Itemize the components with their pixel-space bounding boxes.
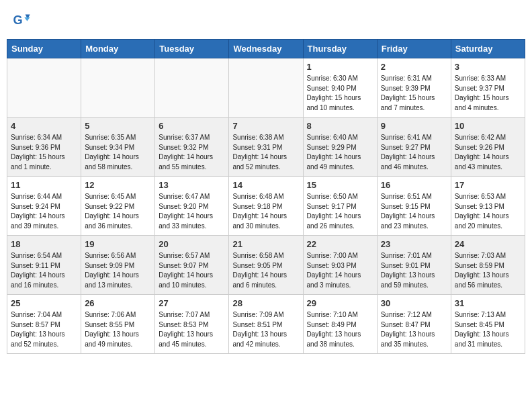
calendar-cell: 31Sunrise: 7:13 AM Sunset: 8:45 PM Dayli… [451,295,525,354]
calendar-cell: 17Sunrise: 6:53 AM Sunset: 9:13 PM Dayli… [451,177,525,236]
day-info: Sunrise: 6:31 AM Sunset: 9:39 PM Dayligh… [381,74,447,113]
calendar-cell: 26Sunrise: 7:06 AM Sunset: 8:55 PM Dayli… [81,295,155,354]
day-info: Sunrise: 6:41 AM Sunset: 9:27 PM Dayligh… [381,133,447,172]
header: G [7,7,525,34]
calendar-cell: 28Sunrise: 7:09 AM Sunset: 8:51 PM Dayli… [229,295,303,354]
day-info: Sunrise: 7:10 AM Sunset: 8:49 PM Dayligh… [307,310,373,349]
calendar-cell: 27Sunrise: 7:07 AM Sunset: 8:53 PM Dayli… [155,295,229,354]
calendar-cell: 4Sunrise: 6:34 AM Sunset: 9:36 PM Daylig… [7,118,81,177]
calendar-cell: 30Sunrise: 7:12 AM Sunset: 8:47 PM Dayli… [377,295,451,354]
logo: G [12,11,34,30]
day-info: Sunrise: 6:58 AM Sunset: 9:05 PM Dayligh… [232,251,299,290]
day-info: Sunrise: 6:57 AM Sunset: 9:07 PM Dayligh… [159,251,225,290]
day-number: 23 [381,239,447,249]
day-info: Sunrise: 7:00 AM Sunset: 9:03 PM Dayligh… [307,251,373,290]
calendar-cell: 5Sunrise: 6:35 AM Sunset: 9:34 PM Daylig… [81,118,155,177]
column-header-friday: Friday [377,40,451,58]
week-row-2: 4Sunrise: 6:34 AM Sunset: 9:36 PM Daylig… [7,118,525,177]
calendar-cell: 11Sunrise: 6:44 AM Sunset: 9:24 PM Dayli… [7,177,81,236]
day-number: 19 [85,239,151,249]
day-info: Sunrise: 6:51 AM Sunset: 9:15 PM Dayligh… [381,192,447,231]
day-info: Sunrise: 7:03 AM Sunset: 8:59 PM Dayligh… [455,251,521,290]
day-number: 5 [85,121,151,131]
calendar-cell: 9Sunrise: 6:41 AM Sunset: 9:27 PM Daylig… [377,118,451,177]
day-info: Sunrise: 6:37 AM Sunset: 9:32 PM Dayligh… [159,133,225,172]
day-info: Sunrise: 7:07 AM Sunset: 8:53 PM Dayligh… [159,310,225,349]
day-number: 28 [232,298,299,308]
calendar-cell: 20Sunrise: 6:57 AM Sunset: 9:07 PM Dayli… [155,236,229,295]
day-info: Sunrise: 6:30 AM Sunset: 9:40 PM Dayligh… [307,74,373,113]
svg-text:G: G [13,13,22,27]
day-info: Sunrise: 7:12 AM Sunset: 8:47 PM Dayligh… [381,310,447,349]
calendar-cell: 8Sunrise: 6:40 AM Sunset: 9:29 PM Daylig… [303,118,377,177]
day-number: 26 [85,298,151,308]
day-number: 24 [455,239,521,249]
day-number: 3 [455,62,521,72]
calendar-cell: 29Sunrise: 7:10 AM Sunset: 8:49 PM Dayli… [303,295,377,354]
calendar-cell: 1Sunrise: 6:30 AM Sunset: 9:40 PM Daylig… [303,58,377,118]
calendar-cell [229,58,303,118]
calendar-cell: 21Sunrise: 6:58 AM Sunset: 9:05 PM Dayli… [229,236,303,295]
week-row-3: 11Sunrise: 6:44 AM Sunset: 9:24 PM Dayli… [7,177,525,236]
calendar-cell: 19Sunrise: 6:56 AM Sunset: 9:09 PM Dayli… [81,236,155,295]
day-number: 29 [307,298,373,308]
week-row-5: 25Sunrise: 7:04 AM Sunset: 8:57 PM Dayli… [7,295,525,354]
day-info: Sunrise: 7:04 AM Sunset: 8:57 PM Dayligh… [11,310,77,349]
day-info: Sunrise: 7:13 AM Sunset: 8:45 PM Dayligh… [455,310,521,349]
day-number: 27 [159,298,225,308]
day-number: 6 [159,121,225,131]
day-info: Sunrise: 6:56 AM Sunset: 9:09 PM Dayligh… [85,251,151,290]
day-number: 10 [455,121,521,131]
day-number: 15 [307,180,373,190]
logo-icon: G [12,11,31,30]
week-row-4: 18Sunrise: 6:54 AM Sunset: 9:11 PM Dayli… [7,236,525,295]
day-info: Sunrise: 6:45 AM Sunset: 9:22 PM Dayligh… [85,192,151,231]
calendar-cell: 16Sunrise: 6:51 AM Sunset: 9:15 PM Dayli… [377,177,451,236]
calendar-cell: 13Sunrise: 6:47 AM Sunset: 9:20 PM Dayli… [155,177,229,236]
week-row-1: 1Sunrise: 6:30 AM Sunset: 9:40 PM Daylig… [7,58,525,118]
column-header-thursday: Thursday [303,40,377,58]
day-number: 8 [307,121,373,131]
calendar-cell: 14Sunrise: 6:48 AM Sunset: 9:18 PM Dayli… [229,177,303,236]
day-number: 16 [381,180,447,190]
day-number: 11 [11,180,77,190]
calendar-table: SundayMondayTuesdayWednesdayThursdayFrid… [7,39,525,354]
column-header-sunday: Sunday [7,40,81,58]
column-header-tuesday: Tuesday [155,40,229,58]
day-info: Sunrise: 6:33 AM Sunset: 9:37 PM Dayligh… [455,74,521,113]
day-number: 4 [11,121,77,131]
day-info: Sunrise: 6:48 AM Sunset: 9:18 PM Dayligh… [232,192,299,231]
calendar-cell: 6Sunrise: 6:37 AM Sunset: 9:32 PM Daylig… [155,118,229,177]
day-info: Sunrise: 6:38 AM Sunset: 9:31 PM Dayligh… [232,133,299,172]
day-info: Sunrise: 6:47 AM Sunset: 9:20 PM Dayligh… [159,192,225,231]
day-number: 12 [85,180,151,190]
day-info: Sunrise: 6:35 AM Sunset: 9:34 PM Dayligh… [85,133,151,172]
day-info: Sunrise: 6:53 AM Sunset: 9:13 PM Dayligh… [455,192,521,231]
day-number: 21 [232,239,299,249]
column-header-monday: Monday [81,40,155,58]
day-number: 22 [307,239,373,249]
day-number: 18 [11,239,77,249]
day-info: Sunrise: 6:50 AM Sunset: 9:17 PM Dayligh… [307,192,373,231]
column-header-wednesday: Wednesday [229,40,303,58]
calendar-cell: 23Sunrise: 7:01 AM Sunset: 9:01 PM Dayli… [377,236,451,295]
calendar-cell: 24Sunrise: 7:03 AM Sunset: 8:59 PM Dayli… [451,236,525,295]
day-info: Sunrise: 7:09 AM Sunset: 8:51 PM Dayligh… [232,310,299,349]
column-header-saturday: Saturday [451,40,525,58]
day-info: Sunrise: 6:42 AM Sunset: 9:26 PM Dayligh… [455,133,521,172]
day-number: 2 [381,62,447,72]
calendar-cell [155,58,229,118]
day-number: 30 [381,298,447,308]
day-info: Sunrise: 6:54 AM Sunset: 9:11 PM Dayligh… [11,251,77,290]
calendar-cell: 3Sunrise: 6:33 AM Sunset: 9:37 PM Daylig… [451,58,525,118]
day-number: 20 [159,239,225,249]
day-info: Sunrise: 7:01 AM Sunset: 9:01 PM Dayligh… [381,251,447,290]
day-number: 14 [232,180,299,190]
day-number: 9 [381,121,447,131]
day-info: Sunrise: 6:34 AM Sunset: 9:36 PM Dayligh… [11,133,77,172]
day-info: Sunrise: 7:06 AM Sunset: 8:55 PM Dayligh… [85,310,151,349]
day-number: 25 [11,298,77,308]
svg-marker-2 [24,17,30,21]
calendar-cell: 12Sunrise: 6:45 AM Sunset: 9:22 PM Dayli… [81,177,155,236]
calendar-cell: 2Sunrise: 6:31 AM Sunset: 9:39 PM Daylig… [377,58,451,118]
